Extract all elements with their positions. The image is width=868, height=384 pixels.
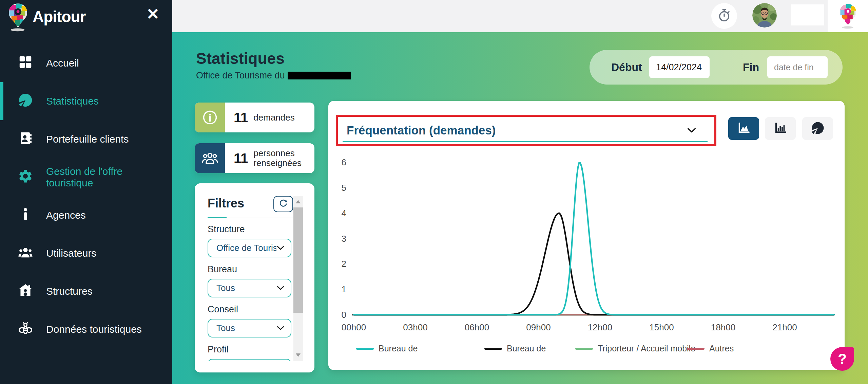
sidebar-header: Apitour ✕ xyxy=(0,0,172,33)
filter-label: Bureau xyxy=(208,264,291,275)
question-mark-icon: ? xyxy=(838,351,847,367)
users-icon xyxy=(18,244,33,262)
frequency-line-chart: 012345600h0003h0006h0009h0012h0015h0018h… xyxy=(335,152,841,337)
filter-label: Conseil xyxy=(208,304,291,315)
sidebar-item-utilisateurs[interactable]: Utilisateurs xyxy=(0,234,172,272)
chart-legend: Bureau deBureau deTriporteur / Accueil m… xyxy=(328,344,845,357)
divider xyxy=(227,218,293,218)
sidebar-item-statistiques[interactable]: Statistiques xyxy=(0,82,172,120)
pie-chart-view-button[interactable] xyxy=(802,117,833,140)
contacts-book-icon xyxy=(18,130,33,148)
legend-item[interactable]: Autres xyxy=(687,344,734,353)
scrollbar-thumb[interactable] xyxy=(293,207,303,313)
sidebar-item-label: Gestion de l'offre touristique xyxy=(46,166,172,189)
stat-label: demandes xyxy=(253,113,294,123)
divider-accent xyxy=(208,217,227,218)
sidebar-item-structures[interactable]: Structures xyxy=(0,272,172,310)
close-icon[interactable]: ✕ xyxy=(146,6,159,22)
select-value: Tous xyxy=(216,283,276,293)
svg-text:2: 2 xyxy=(342,259,346,269)
legend-item[interactable]: Bureau de xyxy=(484,344,546,353)
chevron-down-icon xyxy=(687,128,697,133)
profil-select[interactable] xyxy=(208,359,291,361)
sidebar-item-agences[interactable]: Agences xyxy=(0,196,172,234)
chevron-down-icon xyxy=(276,326,285,330)
svg-text:1: 1 xyxy=(342,284,346,294)
metric-dropdown[interactable]: Fréquentation (demandes) xyxy=(340,117,712,144)
pie-chart-icon xyxy=(811,121,825,136)
bee-icon xyxy=(18,321,33,339)
scroll-up-icon[interactable] xyxy=(296,200,301,203)
end-date-label: Fin xyxy=(743,50,759,85)
filter-field-bureau: Bureau Tous xyxy=(208,264,291,297)
sidebar-item-label: Portefeuille clients xyxy=(46,133,129,145)
select-value: Tous xyxy=(216,323,276,333)
brand-name: Apitour xyxy=(33,7,86,26)
filter-field-structure: Structure Office de Tourisme du xyxy=(208,224,291,257)
help-button[interactable]: ? xyxy=(830,347,854,371)
stopwatch-button[interactable] xyxy=(711,3,737,29)
bar-chart-icon xyxy=(773,121,788,136)
sidebar-menu: Accueil Statistiques Portefeuille client… xyxy=(0,44,172,348)
annotation-red-rectangle: Fréquentation (demandes) xyxy=(336,115,716,146)
apitour-pin-logo[interactable] xyxy=(828,0,868,32)
svg-text:03h00: 03h00 xyxy=(403,322,427,332)
chevron-down-icon xyxy=(276,246,285,250)
svg-text:6: 6 xyxy=(342,157,346,167)
app-root: Apitour ✕ Accueil Statistiques Portefeui… xyxy=(0,0,868,384)
sidebar-item-label: Statistiques xyxy=(46,95,99,107)
info-icon xyxy=(18,206,33,224)
pie-chart-icon xyxy=(18,92,33,110)
svg-text:3: 3 xyxy=(342,234,346,244)
stat-value: 11 xyxy=(234,151,248,166)
refresh-button[interactable] xyxy=(273,196,293,212)
subtitle-text: Office de Tourisme du xyxy=(196,70,285,81)
filters-scrollbar[interactable] xyxy=(293,196,303,361)
chevron-down-icon xyxy=(276,286,285,290)
structure-select[interactable]: Office de Tourisme du xyxy=(208,239,291,257)
filter-label: Profil xyxy=(208,344,291,355)
svg-text:18h00: 18h00 xyxy=(711,322,735,332)
area-chart-icon xyxy=(737,121,751,136)
metric-dropdown-value: Fréquentation (demandes) xyxy=(347,124,687,137)
legend-item[interactable]: Bureau de xyxy=(356,344,418,353)
conseil-select[interactable]: Tous xyxy=(208,319,291,337)
svg-text:0: 0 xyxy=(342,310,346,320)
user-avatar[interactable] xyxy=(752,3,777,28)
bureau-select[interactable]: Tous xyxy=(208,279,291,297)
grid-icon xyxy=(18,54,33,72)
house-icon xyxy=(18,282,33,300)
refresh-icon xyxy=(278,199,288,210)
legend-swatch xyxy=(356,348,374,350)
svg-text:09h00: 09h00 xyxy=(526,322,551,332)
legend-swatch xyxy=(575,348,593,350)
svg-text:5: 5 xyxy=(342,183,346,193)
area-chart-view-button[interactable] xyxy=(728,117,759,140)
sidebar-item-accueil[interactable]: Accueil xyxy=(0,44,172,82)
end-date-input[interactable] xyxy=(767,56,828,78)
users-outline-icon xyxy=(195,143,225,173)
sidebar-item-donnees-touristiques[interactable]: Données touristiques xyxy=(0,310,172,348)
stopwatch-icon xyxy=(717,8,732,24)
svg-text:15h00: 15h00 xyxy=(649,322,674,332)
legend-swatch xyxy=(484,348,502,350)
svg-text:06h00: 06h00 xyxy=(465,322,489,332)
filters-title: Filtres xyxy=(208,196,244,211)
date-filter-bar: Début Fin xyxy=(590,50,843,85)
topbar xyxy=(172,0,868,32)
sidebar-item-gestion-offre[interactable]: Gestion de l'offre touristique xyxy=(0,158,172,196)
select-value: Office de Tourisme du xyxy=(216,243,276,253)
bar-chart-view-button[interactable] xyxy=(765,117,796,140)
start-date-label: Début xyxy=(611,50,642,85)
dropdown-underline xyxy=(343,141,708,142)
scroll-down-icon[interactable] xyxy=(296,353,301,357)
start-date-input[interactable] xyxy=(649,56,710,78)
stat-value: 11 xyxy=(234,110,248,125)
sidebar-item-label: Données touristiques xyxy=(46,324,142,335)
sidebar-item-portefeuille-clients[interactable]: Portefeuille clients xyxy=(0,120,172,158)
legend-item[interactable]: Triporteur / Accueil mobile xyxy=(575,344,695,353)
legend-label: Bureau de xyxy=(379,344,418,353)
legend-swatch xyxy=(687,348,705,350)
sidebar-item-label: Utilisateurs xyxy=(46,248,96,259)
legend-label: Bureau de xyxy=(507,344,546,353)
